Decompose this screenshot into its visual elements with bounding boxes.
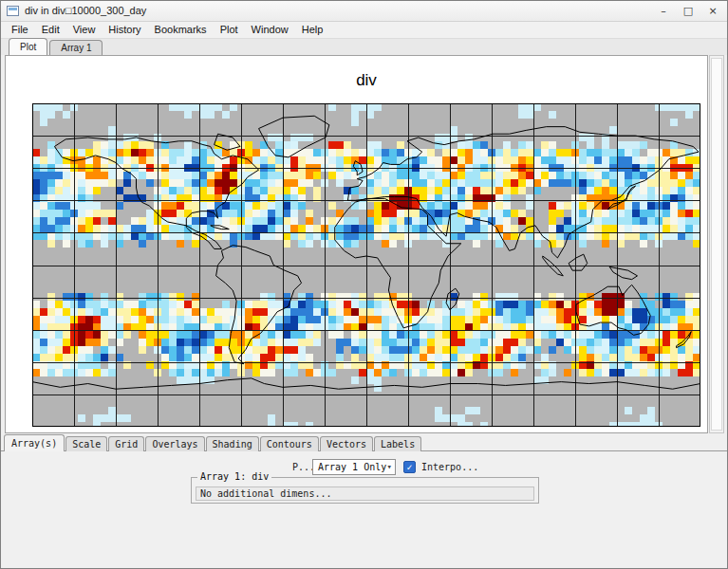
maximize-button[interactable]: □ [676, 2, 700, 21]
titlebar: div in div□10000_300_day – □ × [1, 1, 727, 22]
chevron-down-icon: ▾ [387, 462, 392, 471]
plot-title: div [32, 71, 700, 90]
settings-tab-bar: Array(s) Scale Grid Overlays Shading Con… [1, 434, 727, 451]
tab-shading[interactable]: Shading [206, 436, 259, 451]
menu-item-file[interactable]: File [5, 22, 35, 38]
minimize-button[interactable]: – [651, 2, 676, 21]
window-title: div in div□10000_300_day [25, 5, 146, 16]
vertical-scrollbar[interactable] [709, 55, 724, 433]
menu-item-window[interactable]: Window [245, 22, 295, 38]
settings-panel: P... Array 1 Only ▾ ✓ Interpo... Array 1… [1, 450, 727, 568]
tab-plot[interactable]: Plot [9, 38, 47, 55]
app-window: div in div□10000_300_day – □ × File Edit… [0, 0, 728, 569]
menu-item-bookmarks[interactable]: Bookmarks [148, 22, 214, 38]
tab-scale[interactable]: Scale [65, 436, 107, 451]
interpolate-label: Interpo... [421, 462, 478, 472]
interpolate-checkbox[interactable]: ✓ [403, 461, 416, 473]
tab-arrays[interactable]: Array(s) [4, 434, 65, 451]
tab-grid[interactable]: Grid [108, 436, 144, 451]
app-icon[interactable] [7, 6, 19, 16]
menu-item-edit[interactable]: Edit [35, 22, 66, 38]
close-button[interactable]: × [700, 2, 725, 21]
tab-vectors[interactable]: Vectors [320, 436, 373, 451]
array-scope-value: Array 1 Only [318, 462, 386, 472]
array-info-groupbox: Array 1: div No additional dimens... [191, 477, 539, 504]
menu-item-help[interactable]: Help [295, 22, 330, 38]
array-dimensions-strip: No additional dimens... [196, 486, 534, 501]
close-icon: × [708, 5, 717, 17]
tab-labels[interactable]: Labels [374, 436, 421, 451]
array-info-title: Array 1: div [197, 471, 271, 482]
check-icon: ✓ [406, 462, 412, 472]
tab-contours[interactable]: Contours [260, 436, 319, 451]
minimize-icon: – [661, 5, 666, 17]
map-canvas [32, 103, 700, 427]
maximize-icon: □ [683, 5, 693, 17]
view-tab-bar: Plot Array 1 [1, 39, 727, 55]
scrollbar-thumb[interactable] [711, 58, 722, 431]
window-controls: – □ × [651, 1, 725, 22]
menu-bar: File Edit View History Bookmarks Plot Wi… [1, 22, 727, 39]
tab-array-1[interactable]: Array 1 [49, 40, 103, 55]
plot-panel: div [5, 55, 708, 433]
menu-item-plot[interactable]: Plot [214, 22, 245, 38]
array-scope-select[interactable]: Array 1 Only ▾ [312, 459, 396, 475]
menu-item-view[interactable]: View [66, 22, 103, 38]
menu-item-history[interactable]: History [102, 22, 147, 38]
tab-overlays[interactable]: Overlays [145, 436, 204, 451]
